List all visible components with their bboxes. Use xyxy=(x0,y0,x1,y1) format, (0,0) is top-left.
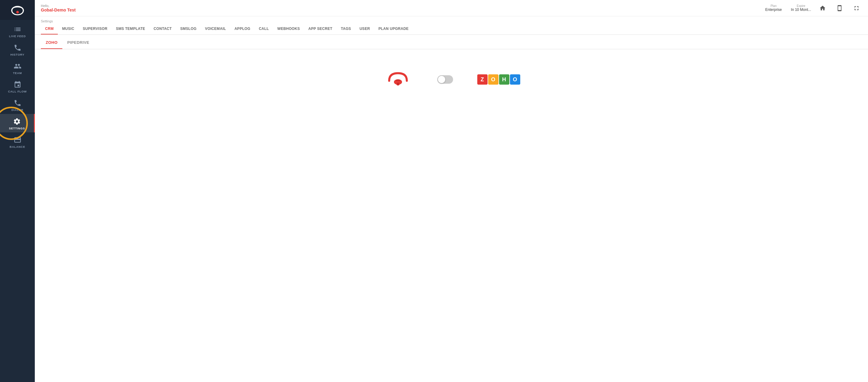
settings-tabs: CRM MUSIC SUPERVISOR SMS TEMPLATE CONTAC… xyxy=(41,24,862,34)
zoho-logo: Z O H O xyxy=(477,74,520,84)
topbar-username: Gobal-Demo Test xyxy=(41,7,76,12)
sidebar-item-balance-label: BALANCE xyxy=(10,145,25,148)
app-logo[interactable] xyxy=(0,0,35,20)
tab-smslog[interactable]: SMSLOG xyxy=(176,24,200,34)
tab-sms-template[interactable]: SMS TEMPLATE xyxy=(112,24,150,34)
zoho-letter-z: Z xyxy=(477,74,488,84)
sidebar-item-settings[interactable]: SETTINGS xyxy=(0,114,35,132)
svg-point-4 xyxy=(397,83,399,85)
toggle-switch[interactable] xyxy=(437,75,453,84)
content-area: ZOHO PIPEDRIVE xyxy=(35,35,868,382)
tab-tags[interactable]: TAGS xyxy=(337,24,355,34)
sidebar: LIVE FEED HISTORY TEAM CALL FLOW DIALER … xyxy=(0,0,35,382)
sidebar-item-call-flow[interactable]: CALL FLOW xyxy=(0,77,35,96)
topbar-hello: Hello, xyxy=(41,4,76,7)
topbar-user: Hello, Gobal-Demo Test xyxy=(41,4,76,12)
subtab-pipedrive[interactable]: PIPEDRIVE xyxy=(62,36,94,49)
sidebar-item-dialer-label: DIALER xyxy=(11,108,24,111)
tab-supervisor[interactable]: SUPERVISOR xyxy=(79,24,112,34)
tab-app-secret[interactable]: APP SECRET xyxy=(304,24,337,34)
zoho-letters: Z O H O xyxy=(477,74,520,84)
sidebar-item-live-feed[interactable]: LIVE FEED xyxy=(0,22,35,40)
sidebar-item-team-label: TEAM xyxy=(13,71,22,75)
sidebar-item-call-flow-label: CALL FLOW xyxy=(8,90,27,93)
main-content: Hello, Gobal-Demo Test Plan Enterprise E… xyxy=(35,0,868,382)
tab-crm[interactable]: CRM xyxy=(41,24,58,34)
expire-label: Expire xyxy=(797,4,805,7)
sidebar-item-team[interactable]: TEAM xyxy=(0,59,35,77)
sidebar-item-settings-label: SETTINGS xyxy=(9,127,25,130)
plan-col: Plan Enterprise xyxy=(766,4,782,12)
zoho-letter-o1: O xyxy=(488,74,498,84)
topbar: Hello, Gobal-Demo Test Plan Enterprise E… xyxy=(35,0,868,16)
sidebar-item-live-feed-label: LIVE FEED xyxy=(9,34,26,38)
sidebar-settings-wrapper: SETTINGS xyxy=(0,114,35,132)
subtab-zoho[interactable]: ZOHO xyxy=(41,36,62,49)
tab-call[interactable]: CALL xyxy=(254,24,273,34)
tab-user[interactable]: USER xyxy=(355,24,374,34)
plan-value: Enterprise xyxy=(766,7,782,12)
tab-music[interactable]: MUSIC xyxy=(58,24,79,34)
expand-button[interactable] xyxy=(851,3,862,13)
crm-integration-row: Z O H O xyxy=(35,49,868,110)
expire-value: In 10 Mont... xyxy=(791,7,811,12)
tab-applog[interactable]: APPLOG xyxy=(230,24,254,34)
plan-info: Plan Enterprise Expire In 10 Mont... xyxy=(766,4,811,12)
zoho-letter-h: H xyxy=(499,74,509,84)
toggle-knob xyxy=(438,76,445,83)
sidebar-item-dialer[interactable]: DIALER xyxy=(0,96,35,114)
sidebar-item-balance[interactable]: BALANCE xyxy=(0,132,35,151)
plan-label: Plan xyxy=(771,4,777,7)
crm-toggle[interactable] xyxy=(437,75,453,84)
crm-sub-tabs: ZOHO PIPEDRIVE xyxy=(35,36,868,49)
sidebar-item-history[interactable]: HISTORY xyxy=(0,40,35,59)
tab-voicemail[interactable]: VOICEMAIL xyxy=(200,24,230,34)
svg-rect-5 xyxy=(396,80,400,81)
topbar-actions: Plan Enterprise Expire In 10 Mont... xyxy=(766,3,862,13)
expire-col: Expire In 10 Mont... xyxy=(791,4,811,12)
settings-header: Settings CRM MUSIC SUPERVISOR SMS TEMPLA… xyxy=(35,16,868,35)
svg-point-1 xyxy=(16,11,19,13)
settings-label: Settings xyxy=(41,19,862,23)
tab-webhooks[interactable]: WEBHOOKS xyxy=(273,24,304,34)
tab-plan-upgrade[interactable]: PLAN UPGRADE xyxy=(374,24,413,34)
home-button[interactable] xyxy=(817,3,828,13)
mobile-button[interactable] xyxy=(834,3,845,13)
sidebar-item-history-label: HISTORY xyxy=(10,53,25,56)
app-phone-logo xyxy=(383,67,413,92)
zoho-letter-o2: O xyxy=(510,74,520,84)
tab-contact[interactable]: CONTACT xyxy=(150,24,176,34)
